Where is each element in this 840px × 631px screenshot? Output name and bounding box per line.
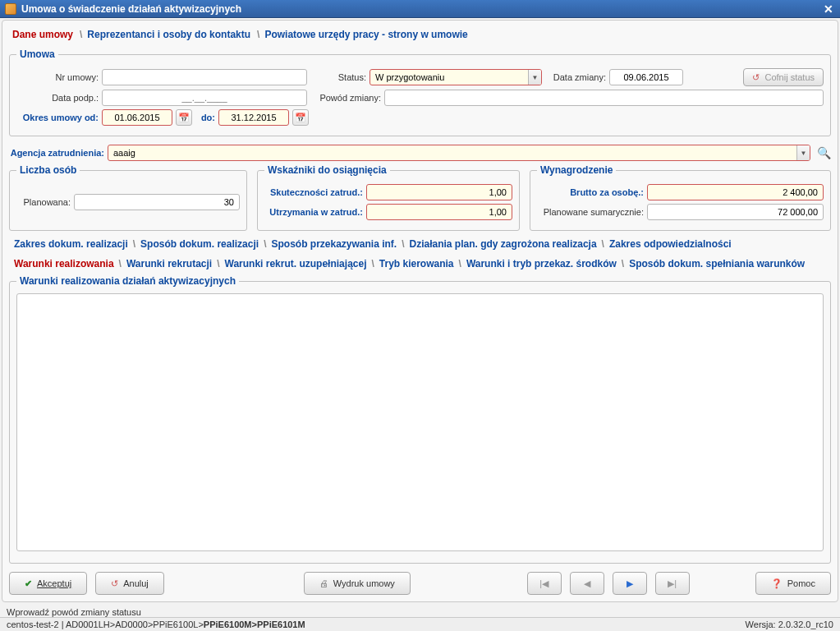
- label-okres-od: Okres umowy od:: [16, 113, 99, 122]
- app-icon: [5, 3, 16, 15]
- label-status: Status:: [310, 72, 366, 82]
- label-agencja: Agencja zatrudnienia:: [9, 148, 104, 158]
- label-okres-do: do:: [195, 113, 215, 122]
- akceptuj-button[interactable]: ✔ Akceptuj: [9, 572, 87, 595]
- group-wynagrodzenie: Wynagrodzenie Brutto za osobę.: Planowan…: [530, 164, 831, 231]
- statusbar-version: Wersja: 2.0.32.0_rc10: [746, 619, 833, 629]
- powod-zmiany-input[interactable]: [384, 90, 824, 106]
- subtab-zakres-odpowiedzialnosci[interactable]: Zakres odpowiedzialności: [604, 236, 737, 252]
- window-title: Umowa o świadczenie działań aktywizacyjn…: [21, 3, 241, 15]
- skip-first-icon: |◀: [539, 578, 549, 589]
- legend-wynagrodzenie: Wynagrodzenie: [537, 164, 616, 176]
- pomoc-label: Pomoc: [787, 578, 815, 588]
- subtab-dzialania-plan[interactable]: Działania plan. gdy zagrożona realizacja: [405, 236, 602, 252]
- brutto-input[interactable]: [647, 184, 824, 200]
- planowana-input: [74, 194, 240, 210]
- agencja-select[interactable]: [108, 145, 810, 161]
- tab-powiatowe-urzedy[interactable]: Powiatowe urzędy pracy - strony w umowie: [261, 25, 472, 44]
- nav-last-button: ▶|: [655, 572, 690, 595]
- subtab-warunki-rekrutacji[interactable]: Warunki rekrutacji: [122, 256, 217, 272]
- next-icon: ▶: [627, 578, 633, 589]
- sumarycznie-input: [647, 204, 824, 220]
- chevron-down-icon[interactable]: ▼: [796, 145, 810, 160]
- nr-umowy-input: [102, 69, 307, 85]
- calendar-icon[interactable]: 📅: [176, 109, 192, 126]
- undo-icon: ↺: [752, 72, 760, 83]
- nav-next-button[interactable]: ▶: [613, 572, 647, 595]
- search-icon[interactable]: 🔍: [817, 146, 831, 159]
- anuluj-button[interactable]: ↺ Anuluj: [95, 572, 164, 595]
- label-utrzymania: Utrzymania w zatrud.:: [264, 207, 363, 217]
- legend-umowa: Umowa: [16, 48, 58, 60]
- calendar-icon[interactable]: 📅: [292, 109, 309, 126]
- printer-icon: 🖨: [319, 578, 328, 588]
- wydruk-label: Wydruk umowy: [333, 578, 395, 588]
- pomoc-button[interactable]: ❓ Pomoc: [755, 572, 831, 595]
- label-brutto: Brutto za osobę.:: [537, 187, 644, 197]
- label-nr-umowy: Nr umowy:: [16, 72, 99, 82]
- close-icon[interactable]: ✕: [822, 2, 835, 16]
- nav-first-button: |◀: [527, 572, 562, 595]
- group-liczba-osob: Liczba osób Planowana:: [9, 164, 247, 231]
- label-data-podp: Data podp.:: [16, 93, 99, 103]
- skutecznosci-input[interactable]: [366, 184, 512, 200]
- tab-dane-umowy[interactable]: Dane umowy: [9, 25, 78, 44]
- subtab-sposob-dokum-spelniania[interactable]: Sposób dokum. spełniania warunków: [624, 256, 810, 272]
- legend-wskazniki: Wskaźniki do osiągnięcia: [264, 164, 390, 176]
- data-podp-input[interactable]: [102, 90, 307, 106]
- label-skutecznosci: Skuteczności zatrud.:: [264, 187, 363, 197]
- subtab-tryb-kierowania[interactable]: Tryb kierowania: [374, 256, 459, 272]
- nav-prev-button: ◀: [570, 572, 604, 595]
- wydruk-button[interactable]: 🖨 Wydruk umowy: [304, 572, 411, 595]
- chevron-down-icon[interactable]: ▼: [528, 70, 541, 85]
- skip-last-icon: ▶|: [668, 578, 677, 589]
- label-sumarycznie: Planowane sumarycznie:: [537, 207, 644, 217]
- cofnij-status-button: ↺ Cofnij status: [743, 68, 824, 86]
- subtab-sposob-przekazywania[interactable]: Sposób przekazywania inf.: [266, 236, 402, 252]
- akceptuj-label: Akceptuj: [37, 578, 71, 588]
- group-warunki-realizowania: Warunki realizowania działań aktywizacyj…: [9, 275, 831, 564]
- label-planowana: Planowana:: [16, 197, 71, 207]
- undo-icon: ↺: [111, 578, 118, 589]
- data-zmiany-input: [609, 69, 683, 85]
- subtab-sposob-dokum-realizacji[interactable]: Sposób dokum. realizacji: [135, 236, 264, 252]
- help-icon: ❓: [771, 578, 783, 589]
- cofnij-status-label: Cofnij status: [764, 72, 815, 82]
- legend-warunki: Warunki realizowania działań aktywizacyj…: [16, 275, 239, 287]
- okres-do-input[interactable]: [218, 109, 289, 126]
- subtab-warunki-realizowania[interactable]: Warunki realizowania: [9, 256, 119, 272]
- subtab-warunki-tryb-przekaz[interactable]: Warunki i tryb przekaz. środków: [461, 256, 622, 272]
- subtab-warunki-rekrut-uzup[interactable]: Warunki rekrut. uzupełniającej: [220, 256, 372, 272]
- prompt-text: Wprowadź powód zmiany statusu: [0, 604, 840, 617]
- tab-separator: \: [257, 25, 259, 44]
- legend-liczba: Liczba osób: [16, 164, 80, 176]
- group-umowa: Umowa Nr umowy: Status: ▼ Data zmiany: ↺…: [9, 48, 831, 136]
- warunki-textarea[interactable]: [16, 293, 824, 551]
- okres-od-input[interactable]: [102, 109, 172, 126]
- label-powod-zmiany: Powód zmiany:: [310, 93, 381, 103]
- status-select[interactable]: [370, 69, 542, 85]
- check-icon: ✔: [25, 578, 32, 589]
- label-data-zmiany: Data zmiany:: [545, 72, 606, 82]
- tab-reprezentanci[interactable]: Reprezentanci i osoby do kontaktu: [84, 25, 255, 44]
- group-wskazniki: Wskaźniki do osiągnięcia Skuteczności za…: [257, 164, 520, 231]
- prev-icon: ◀: [584, 578, 590, 589]
- anuluj-label: Anuluj: [123, 578, 149, 588]
- tab-separator: \: [80, 25, 82, 44]
- utrzymania-input[interactable]: [366, 204, 512, 220]
- subtab-zakres-dokum-realizacji[interactable]: Zakres dokum. realizacji: [9, 236, 133, 252]
- statusbar-path: centos-test-2 | AD0001LH>AD0000>PPiE6100…: [7, 619, 305, 629]
